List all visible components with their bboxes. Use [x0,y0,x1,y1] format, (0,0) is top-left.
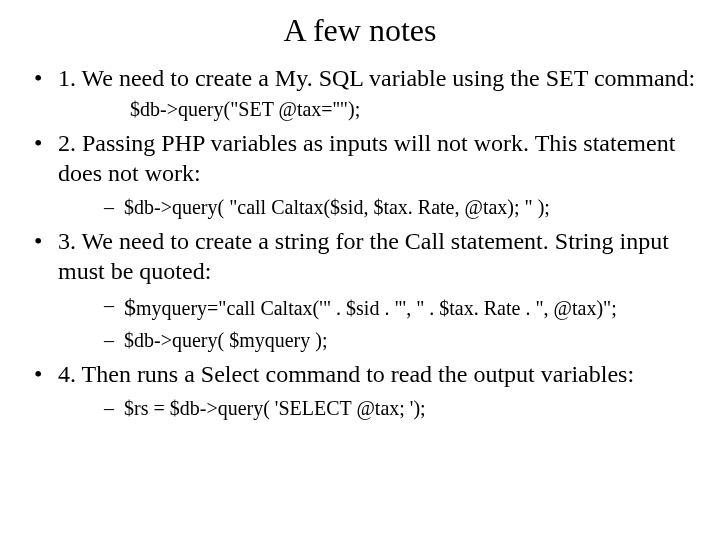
bullet-4-sublist: $rs = $db->query( 'SELECT @tax; '); [58,395,696,421]
bullet-1-code: $db->query("SET @tax=''"); [58,97,696,122]
bullet-1: 1. We need to create a My. SQL variable … [32,63,696,122]
slide: A few notes 1. We need to create a My. S… [0,0,720,540]
bullet-3-sublist: $myquery="call Caltax('" . $sid . "', " … [58,292,696,353]
bullet-2: 2. Passing PHP variables as inputs will … [32,128,696,220]
bullet-3-text: 3. We need to create a string for the Ca… [58,228,669,284]
bullet-4: 4. Then runs a Select command to read th… [32,359,696,421]
bullet-3-sub-2: $db->query( $myquery ); [104,327,696,353]
bullet-3: 3. We need to create a string for the Ca… [32,226,696,353]
bullet-2-sub-1: $db->query( "call Caltax($sid, $tax. Rat… [104,194,696,220]
bullet-4-text: 4. Then runs a Select command to read th… [58,361,634,387]
slide-title: A few notes [24,12,696,49]
bullet-1-text: 1. We need to create a My. SQL variable … [58,65,695,91]
bullet-3-sub-1: $myquery="call Caltax('" . $sid . "', " … [104,292,696,323]
bullet-2-text: 2. Passing PHP variables as inputs will … [58,130,675,186]
bullet-2-sublist: $db->query( "call Caltax($sid, $tax. Rat… [58,194,696,220]
bullet-list: 1. We need to create a My. SQL variable … [24,63,696,421]
bullet-4-sub-1: $rs = $db->query( 'SELECT @tax; '); [104,395,696,421]
